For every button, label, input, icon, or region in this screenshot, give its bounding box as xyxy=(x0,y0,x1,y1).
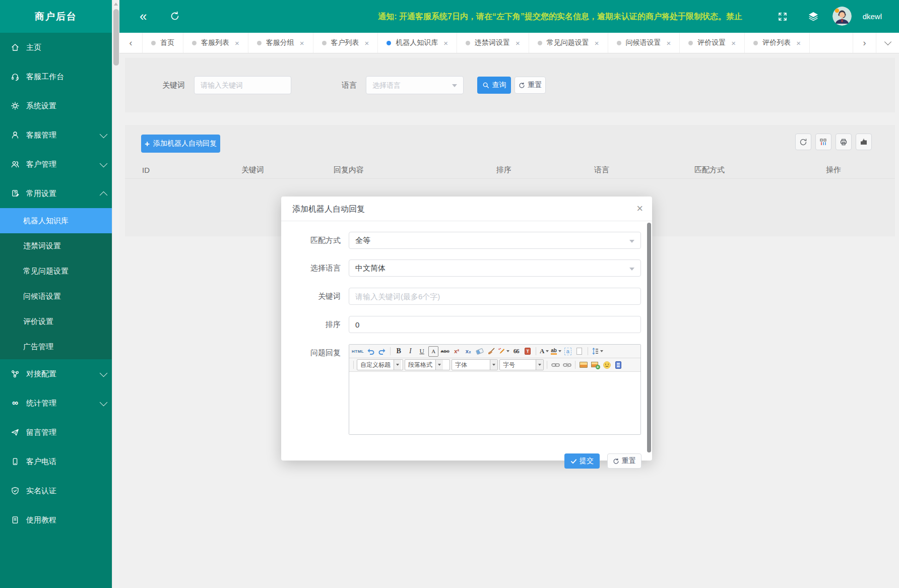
sidebar-item-statistics[interactable]: ∞ 统计管理 xyxy=(0,388,112,418)
vertical-scrollbar[interactable] xyxy=(112,0,119,588)
avatar[interactable] xyxy=(832,7,852,26)
html-source-icon[interactable]: HTML xyxy=(352,346,364,357)
eraser-icon[interactable] xyxy=(475,346,485,357)
italic-icon[interactable]: I xyxy=(405,346,415,357)
new-page-icon[interactable] xyxy=(574,346,585,357)
superscript-icon[interactable]: x² xyxy=(452,346,462,357)
column-header-match-type[interactable]: 匹配方式 xyxy=(694,165,826,175)
dropdown-button[interactable] xyxy=(536,360,543,370)
tabs-scroll-right-icon[interactable]: › xyxy=(853,33,876,53)
tab-robot-knowledge[interactable]: 机器人知识库 × xyxy=(378,33,457,53)
emoji-icon[interactable] xyxy=(602,360,612,370)
tab-greeting-settings[interactable]: 问候语设置 × xyxy=(608,33,680,53)
scrollbar-thumb[interactable] xyxy=(113,9,119,66)
scrollbar-up-arrow-icon[interactable] xyxy=(114,3,118,6)
table-print-button[interactable] xyxy=(836,134,852,150)
font-family-dropdown[interactable]: 字体 xyxy=(452,359,498,370)
sidebar-item-real-name-verification[interactable]: 实名认证 xyxy=(0,476,112,505)
redo-icon[interactable] xyxy=(377,346,387,357)
sidebar-item-customer-phone[interactable]: 客户电话 xyxy=(0,447,112,476)
search-button[interactable]: 查询 xyxy=(477,77,511,94)
layers-icon[interactable] xyxy=(807,11,819,23)
close-icon[interactable]: × xyxy=(595,39,599,47)
bold-icon[interactable]: B xyxy=(394,346,404,357)
refresh-page-icon[interactable] xyxy=(169,11,180,22)
submit-button[interactable]: 提交 xyxy=(564,453,600,469)
sidebar-item-ad-management[interactable]: 广告管理 xyxy=(0,334,112,359)
close-icon[interactable]: × xyxy=(796,39,801,47)
keyword-filter-input[interactable] xyxy=(194,76,291,94)
tab-customer-list[interactable]: 客户列表 × xyxy=(313,33,378,53)
dropdown-button[interactable] xyxy=(394,360,401,370)
font-border-icon[interactable]: A xyxy=(428,346,438,357)
insert-multi-image-icon[interactable]: + xyxy=(590,360,600,370)
undo-icon[interactable] xyxy=(365,346,375,357)
modal-scrollbar-thumb[interactable] xyxy=(647,223,651,452)
collapse-sidebar-icon[interactable]: « xyxy=(140,7,147,25)
sidebar-item-workbench[interactable]: 客服工作台 xyxy=(0,62,112,91)
tab-agent-list[interactable]: 客服列表 × xyxy=(183,33,248,53)
match-type-select[interactable]: 全等 xyxy=(349,232,641,249)
tab-home[interactable]: 首页 xyxy=(143,33,183,53)
sidebar-item-home[interactable]: 主页 xyxy=(0,33,112,62)
auto-format-icon[interactable] xyxy=(498,346,509,357)
tab-rating-list[interactable]: 评价列表 × xyxy=(745,33,810,53)
close-icon[interactable]: × xyxy=(731,39,736,47)
custom-heading-dropdown[interactable]: 自定义标题 xyxy=(357,359,403,370)
column-header-id[interactable]: ID xyxy=(142,166,241,174)
column-header-keyword[interactable]: 关键词 xyxy=(241,165,334,175)
table-export-button[interactable] xyxy=(856,134,872,150)
dropdown-button[interactable] xyxy=(435,360,443,370)
sidebar-item-faq-settings[interactable]: 常见问题设置 xyxy=(0,258,112,284)
tabs-scroll-left-icon[interactable]: ‹ xyxy=(119,33,143,53)
sidebar-item-integration-config[interactable]: 对接配置 xyxy=(0,359,112,388)
highlight-color-icon[interactable]: ab xyxy=(551,346,561,357)
strikethrough-icon[interactable]: ABC xyxy=(440,346,450,357)
blockquote-icon[interactable]: 66 xyxy=(511,346,521,357)
close-icon[interactable]: × xyxy=(235,39,239,47)
column-header-reply-content[interactable]: 回复内容 xyxy=(334,165,496,175)
insert-link-icon[interactable] xyxy=(550,360,560,370)
tabs-dropdown-icon[interactable] xyxy=(876,33,899,53)
sidebar-item-tutorial[interactable]: 使用教程 xyxy=(0,505,112,535)
reset-button[interactable]: 重置 xyxy=(515,77,546,94)
dropdown-button[interactable] xyxy=(490,360,497,370)
sidebar-item-forbidden-words[interactable]: 违禁词设置 xyxy=(0,233,112,258)
sidebar-item-rating-settings[interactable]: 评价设置 xyxy=(0,309,112,334)
column-header-actions[interactable]: 操作 xyxy=(826,165,895,175)
close-icon[interactable]: × xyxy=(667,39,671,47)
font-size-dropdown[interactable]: 字号 xyxy=(499,359,544,370)
paste-as-text-icon[interactable]: T xyxy=(523,346,533,357)
sidebar-item-robot-knowledge[interactable]: 机器人知识库 xyxy=(0,208,112,233)
sidebar-item-greeting-settings[interactable]: 问候语设置 xyxy=(0,284,112,309)
font-color-icon[interactable]: A xyxy=(539,346,549,357)
tab-rating-settings[interactable]: 评价设置 × xyxy=(680,33,745,53)
sidebar-item-messages[interactable]: 留言管理 xyxy=(0,418,112,447)
column-header-sort[interactable]: 排序 xyxy=(496,165,594,175)
sidebar-item-agent-management[interactable]: 客服管理 xyxy=(0,120,112,150)
sort-field-input[interactable] xyxy=(349,316,641,333)
table-columns-button[interactable] xyxy=(815,134,831,150)
fullscreen-icon[interactable] xyxy=(778,12,788,22)
insert-image-icon[interactable] xyxy=(579,360,589,370)
modal-reset-button[interactable]: 重置 xyxy=(607,453,641,469)
sidebar-item-system-settings[interactable]: 系统设置 xyxy=(0,91,112,120)
sidebar-item-common-settings[interactable]: 常用设置 xyxy=(0,179,112,208)
editor-content-area[interactable] xyxy=(349,372,640,434)
close-icon[interactable]: × xyxy=(300,39,304,47)
line-height-icon[interactable] xyxy=(591,346,603,357)
column-header-language[interactable]: 语言 xyxy=(594,165,694,175)
language-select[interactable]: 中文简体 xyxy=(349,259,641,277)
sidebar-item-customer-management[interactable]: 客户管理 xyxy=(0,150,112,179)
keyword-field-input[interactable] xyxy=(349,288,641,305)
tab-agent-groups[interactable]: 客服分组 × xyxy=(248,33,313,53)
close-icon[interactable]: × xyxy=(443,39,448,47)
tab-faq-settings[interactable]: 常见问题设置 × xyxy=(529,33,608,53)
table-refresh-button[interactable] xyxy=(795,134,811,150)
add-robot-reply-button[interactable]: + 添加机器人自动回复 xyxy=(141,135,220,153)
modal-close-icon[interactable]: × xyxy=(636,202,643,215)
language-filter-select[interactable]: 选择语言 xyxy=(366,76,464,94)
underline-icon[interactable]: U xyxy=(417,346,427,357)
close-icon[interactable]: × xyxy=(516,39,520,47)
username[interactable]: dkewl xyxy=(863,0,882,33)
